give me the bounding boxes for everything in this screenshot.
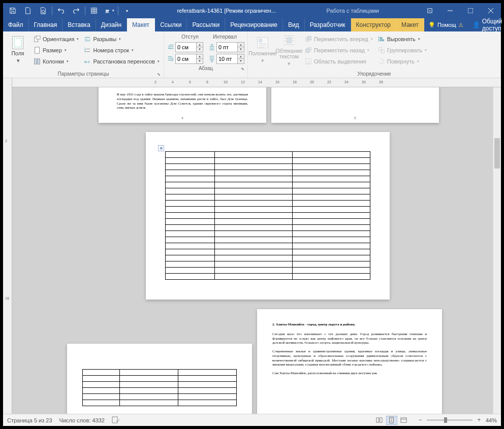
horizontal-ruler[interactable]: 246810121416182022242628 [12,78,501,87]
word-count[interactable]: Число слов: 4332 [59,417,105,423]
space-before-input[interactable] [217,43,237,52]
tab-mailings[interactable]: Рассылки [187,18,225,31]
svg-rect-12 [35,47,40,53]
document-canvas[interactable]: В мае 1931 года в тайгу вышли бригады ст… [12,87,501,414]
contextual-tab-label: Работа с таблицами [317,8,389,14]
bulb-icon: 💡 [428,22,435,28]
group-label-page-setup[interactable]: Параметры страницы [6,70,161,78]
tell-me[interactable]: 💡 Помощ ⚠ [424,18,467,31]
ribbon-tabs: Файл Главная Вставка Дизайн Макет Ссылки… [3,18,501,31]
orientation-button[interactable]: Ориентация▾ [33,34,80,44]
svg-rect-28 [112,417,117,423]
save-button[interactable] [5,3,20,18]
svg-rect-19 [259,39,262,43]
rotate-button: Повернуть▾ [377,56,428,67]
tab-table-layout[interactable]: Макет [396,18,424,31]
space-before[interactable]: ▲▼ [208,42,244,53]
tab-developer[interactable]: Разработчик [305,18,351,31]
indent-right-input[interactable] [176,54,196,63]
wrap-text-button: Обтекание текстом▾ [277,32,301,67]
line-numbers-button[interactable]: 12Номера строк▾ [83,45,160,55]
svg-rect-26 [379,47,382,50]
document-area: 2 18 246810121416182022242628 В мае 1931… [3,78,501,414]
zoom-slider[interactable] [427,419,472,421]
ribbon-display-button[interactable] [420,3,440,18]
group-button: Группировать▾ [377,45,428,55]
send-backward-button: Переместить назад▾ [304,45,374,55]
hyphenation-button[interactable]: a-cРасстановка переносов▾ [83,56,160,67]
tab-references[interactable]: Ссылки [155,18,187,31]
svg-rect-30 [401,418,406,422]
zoom-level[interactable]: 44% [486,417,497,423]
size-button[interactable]: Размер▾ [33,45,80,55]
margins-button[interactable]: Поля▾ [6,32,29,67]
document-table[interactable] [165,151,370,280]
svg-rect-13 [35,58,37,64]
tab-design[interactable]: Дизайн [96,18,127,31]
title-bar: π▾ ▾ referatbank-14361 [Режим ограничен.… [3,3,501,18]
close-button[interactable] [481,3,501,18]
tab-layout[interactable]: Макет [127,18,155,31]
redo-button[interactable] [69,3,84,18]
page-6-table: ✥ [146,132,390,300]
group-label-paragraph[interactable]: Абзац [167,64,244,72]
svg-rect-20 [287,37,292,43]
vertical-ruler[interactable]: 2 18 [3,78,12,414]
qat-customize[interactable]: ▾ [119,3,135,18]
tab-view[interactable]: Вид [283,18,305,31]
maximize-button[interactable] [460,3,481,18]
tab-file[interactable]: Файл [3,18,29,31]
table-button[interactable] [86,3,102,18]
zoom-in-button[interactable]: + [476,417,483,424]
svg-rect-27 [381,50,384,53]
indent-left[interactable]: ▲▼ [167,42,203,53]
tab-table-design[interactable]: Конструктор [351,18,396,31]
spellcheck-icon[interactable] [112,416,120,424]
app-window: π▾ ▾ referatbank-14361 [Режим ограничен.… [3,3,501,426]
page-4: В мае 1931 года в тайгу вышли бригады ст… [99,87,266,123]
tab-insert[interactable]: Вставка [62,18,96,31]
svg-rect-5 [468,8,473,13]
page-7-table [67,344,252,414]
page-5: 5 [271,87,439,123]
view-buttons [374,416,410,425]
tab-review[interactable]: Рецензирование [225,18,283,31]
bring-forward-button: Переместить вперед▾ [304,34,374,44]
svg-text:2: 2 [84,50,86,53]
breaks-button[interactable]: Разрывы▾ [83,34,160,44]
svg-text:π: π [105,8,109,14]
equation-button[interactable]: π▾ [102,3,117,18]
group-arrange: Положение▾ Обтекание текстом▾ Переместит… [248,31,501,78]
page-8-text: 2. Ханты-Мансийск - город, центр округа … [257,309,442,414]
svg-rect-14 [38,58,40,64]
ribbon: Поля▾ Ориентация▾ Размер▾ Колонки▾ Разры… [3,31,501,78]
share-button[interactable]: 👤 Общий доступ [467,18,504,31]
zoom-out-button[interactable]: − [417,417,424,424]
document-table-2[interactable] [82,369,237,406]
vertical-scrollbar[interactable] [493,87,501,414]
group-page-setup: Поля▾ Ориентация▾ Размер▾ Колонки▾ Разры… [3,31,164,78]
undo-button[interactable] [53,3,69,18]
space-after[interactable]: ▲▼ [208,53,244,64]
read-mode-button[interactable] [374,416,385,425]
web-layout-button[interactable] [398,416,410,425]
columns-button[interactable]: Колонки▾ [33,56,80,67]
svg-rect-11 [36,36,40,39]
tab-home[interactable]: Главная [29,18,63,31]
indent-left-input[interactable] [176,43,196,52]
align-button[interactable]: Выровнять▾ [377,34,428,44]
quick-access-toolbar: π▾ ▾ [3,3,137,18]
zoom-controls: − + 44% [417,417,497,424]
table-move-handle[interactable]: ✥ [158,145,164,151]
minimize-button[interactable] [440,3,460,18]
svg-rect-24 [306,49,309,52]
scroll-thumb[interactable] [494,138,500,169]
page-indicator[interactable]: Страница 5 из 23 [7,417,52,423]
space-after-input[interactable] [217,54,237,63]
indent-right[interactable]: ▲▼ [167,53,203,64]
print-layout-button[interactable] [386,416,397,425]
group-label-arrange: Упорядочение [251,70,497,78]
print-preview-button[interactable] [36,3,51,18]
new-doc-button[interactable] [20,3,36,18]
warning-icon: ⚠ [458,22,463,28]
